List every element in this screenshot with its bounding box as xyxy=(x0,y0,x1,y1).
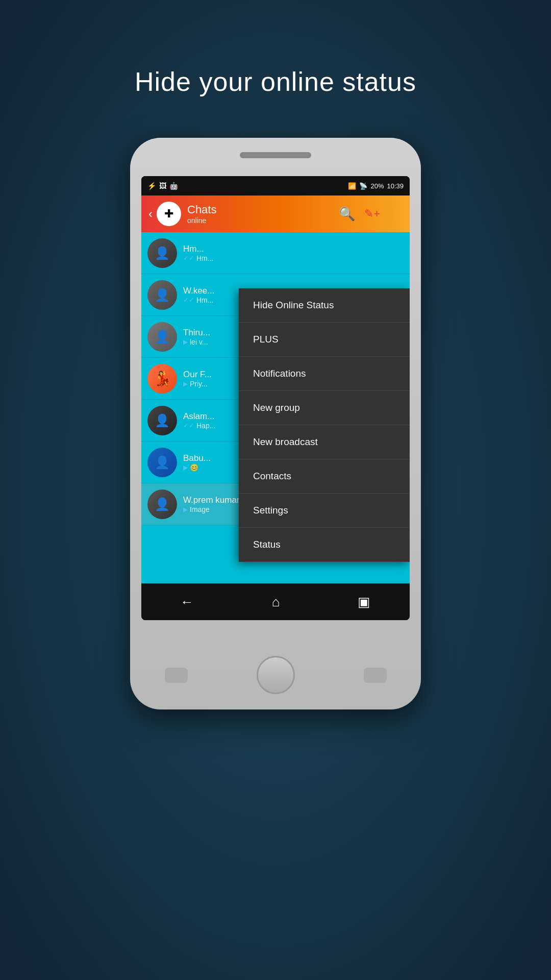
search-icon[interactable]: 🔍 xyxy=(339,206,355,222)
screen-content: ⚡ 🖼 🤖 📶 📡 20% 10:39 ‹ ✚ xyxy=(141,176,410,620)
list-item[interactable]: 👤 Hm... ✓✓ Hm... xyxy=(141,232,410,274)
phone-right-button xyxy=(364,668,387,683)
avatar: 👤 xyxy=(147,406,177,435)
back-button[interactable]: ‹ xyxy=(148,207,153,221)
header-title-area: Chats online xyxy=(187,203,339,225)
menu-item-plus[interactable]: PLUS xyxy=(239,323,410,357)
home-nav-button[interactable]: ⌂ xyxy=(262,589,290,615)
tick-icon: ✓✓ xyxy=(183,254,194,262)
play-icon: ▶ xyxy=(183,464,188,471)
signal-icon: 📡 xyxy=(359,182,367,190)
header-title: Chats xyxy=(187,203,339,216)
phone-mockup: ⚡ 🖼 🤖 📶 📡 20% 10:39 ‹ ✚ xyxy=(130,138,421,709)
phone-body: ⚡ 🖼 🤖 📶 📡 20% 10:39 ‹ ✚ xyxy=(130,138,421,709)
avatar: 👤 xyxy=(147,489,177,519)
screenshot-icon: 🖼 xyxy=(159,182,166,190)
android-icon: 🤖 xyxy=(169,182,178,190)
avatar: 👤 xyxy=(147,280,177,310)
menu-item-hide-online-status[interactable]: Hide Online Status xyxy=(239,288,410,323)
hero-text: Hide your online status xyxy=(0,66,551,97)
menu-icon[interactable]: ⋮ xyxy=(389,206,403,222)
menu-item-settings[interactable]: Settings xyxy=(239,494,410,528)
time-display: 10:39 xyxy=(387,182,404,190)
play-icon: ▶ xyxy=(183,338,188,346)
avatar: 👤 xyxy=(147,238,177,268)
app-header: ‹ ✚ Chats online 🔍 ✎+ ⋮ xyxy=(141,195,410,232)
avatar: 💃 xyxy=(147,364,177,394)
tick-icon: ✓✓ xyxy=(183,296,194,304)
play-icon: ▶ xyxy=(183,506,188,513)
play-icon: ▶ xyxy=(183,380,188,387)
recent-nav-button[interactable]: ▣ xyxy=(347,589,381,615)
chat-name: Hm... xyxy=(183,244,404,254)
header-actions: 🔍 ✎+ ⋮ xyxy=(339,206,403,222)
chat-message: ✓✓ Hm... xyxy=(183,254,404,262)
avatar: 👤 xyxy=(147,322,177,352)
phone-home-button[interactable] xyxy=(257,656,295,694)
phone-hardware-buttons xyxy=(130,656,421,694)
status-icons-right: 📶 📡 20% 10:39 xyxy=(348,182,404,190)
status-bar: ⚡ 🖼 🤖 📶 📡 20% 10:39 xyxy=(141,176,410,195)
chat-info: Hm... ✓✓ Hm... xyxy=(183,244,404,262)
app-logo: ✚ xyxy=(157,202,181,226)
battery-percent: 20% xyxy=(370,182,384,190)
usb-icon: ⚡ xyxy=(147,182,156,190)
status-icons-left: ⚡ 🖼 🤖 xyxy=(147,182,178,190)
tick-icon: ✓✓ xyxy=(183,422,194,429)
menu-item-new-group[interactable]: New group xyxy=(239,391,410,425)
menu-item-status[interactable]: Status xyxy=(239,528,410,562)
menu-item-new-broadcast[interactable]: New broadcast xyxy=(239,425,410,459)
header-subtitle: online xyxy=(187,216,339,225)
phone-screen: ⚡ 🖼 🤖 📶 📡 20% 10:39 ‹ ✚ xyxy=(141,176,410,620)
speaker-grill xyxy=(240,152,311,158)
avatar: 👤 xyxy=(147,448,177,477)
back-nav-button[interactable]: ← xyxy=(170,589,204,615)
wifi-icon: 📶 xyxy=(348,182,356,190)
dropdown-menu: Hide Online Status PLUS Notifications Ne… xyxy=(239,288,410,562)
compose-icon[interactable]: ✎+ xyxy=(364,207,380,220)
menu-item-contacts[interactable]: Contacts xyxy=(239,459,410,494)
bottom-navigation: ← ⌂ ▣ xyxy=(141,583,410,620)
menu-item-notifications[interactable]: Notifications xyxy=(239,357,410,391)
phone-left-button xyxy=(165,668,188,683)
chat-list-area: 👤 Hm... ✓✓ Hm... 👤 W.kee... xyxy=(141,232,410,620)
